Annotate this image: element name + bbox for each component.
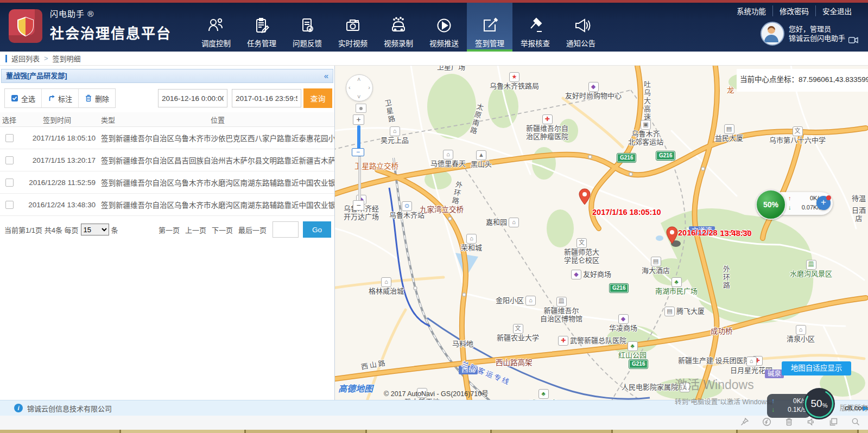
- nav-item-task-management[interactable]: 任务管理: [239, 3, 284, 52]
- map-pin-1[interactable]: [578, 188, 591, 208]
- table-row[interactable]: 2017/1/15 13:20:17签到新疆维吾尔自治区昌吉回族自治州吉木萨尔县…: [0, 149, 334, 171]
- download-arrow-icon: ↓: [771, 405, 775, 414]
- mark-button[interactable]: 标注: [41, 89, 78, 107]
- row-checkbox[interactable]: [5, 156, 14, 164]
- table-row[interactable]: 2016/12/24 13:48:30签到新疆维吾尔自治区乌鲁木齐市水磨沟区南湖…: [0, 194, 334, 216]
- table-row[interactable]: 2017/1/16 18:05:10签到新疆维吾尔自治区乌鲁木齐市沙依巴克区西八…: [0, 127, 334, 149]
- map-label: 嘉和园⌂: [486, 218, 521, 227]
- pin-icon[interactable]: [740, 417, 749, 429]
- footer-arrow-icon[interactable]: ▶: [863, 400, 868, 416]
- row-checkbox[interactable]: [5, 201, 14, 209]
- date-from-input[interactable]: [158, 89, 227, 107]
- map-label: 文新疆农业大学: [497, 324, 539, 342]
- greeting-text: 您好，管理员 锦诚云创闪电助手: [789, 24, 845, 43]
- map-label: 卫星广场: [437, 66, 465, 72]
- avatar: [761, 22, 784, 46]
- pan-up-icon[interactable]: ˄: [357, 76, 360, 82]
- row-checkbox[interactable]: [5, 134, 14, 142]
- trash-icon[interactable]: [784, 417, 794, 429]
- application-window: 闪电助手 ® 社会治理信息平台 调度控制任务管理问题反馈实时视频视频录制视频推送…: [0, 0, 868, 433]
- building-icon: ▤: [651, 257, 661, 266]
- nav-item-live-video[interactable]: 实时视频: [330, 3, 376, 52]
- map-label: 文乌市第八十六中学: [769, 126, 826, 145]
- query-button[interactable]: 查询: [303, 88, 332, 108]
- footer-bar: i 锦诚云创信息技术有限公司 版权所有 cit.com ▶: [0, 400, 868, 416]
- top-link-1[interactable]: 修改密码: [772, 5, 815, 16]
- accelerator-widget[interactable]: ↑ 0K/s ↓ 0.07K/s 50% +: [756, 189, 838, 219]
- select-all-button[interactable]: 全选: [5, 89, 41, 107]
- search-icon[interactable]: [851, 417, 860, 429]
- pan-right-icon[interactable]: ›: [368, 84, 370, 91]
- zoom-slider-handle[interactable]: −: [352, 148, 364, 156]
- nav-item-dispatch-control[interactable]: 调度控制: [193, 3, 239, 52]
- page-number-input[interactable]: [273, 221, 299, 238]
- footer-company: 锦诚云创信息技术有限公司: [27, 403, 112, 413]
- nav-item-notice[interactable]: 通知公告: [558, 3, 604, 52]
- next-page-link[interactable]: 下一页: [212, 225, 233, 235]
- prev-page-link[interactable]: 上一页: [185, 225, 206, 235]
- bag-icon: ◆: [618, 314, 629, 324]
- mark-arrow-icon: [48, 94, 55, 102]
- zoom-slider-track-filled[interactable]: [357, 125, 360, 149]
- accelerator-percent-ball[interactable]: 50%: [756, 189, 786, 220]
- video-camera-icon[interactable]: [848, 36, 858, 46]
- collapse-panel-button[interactable]: «: [324, 69, 333, 82]
- clipboard-icon: [252, 16, 271, 35]
- date-to-input[interactable]: [232, 89, 301, 107]
- pin-2-time-label: 2016/12/28 11:52:5913:48:30: [678, 228, 751, 237]
- tree-icon: ♣: [628, 341, 638, 351]
- building-icon: ▤: [664, 307, 675, 316]
- hospital-icon: ✚: [558, 336, 568, 346]
- go-button[interactable]: Go: [303, 221, 331, 238]
- nav-item-label: 视频录制: [384, 37, 413, 48]
- nav-item-sign-in-management[interactable]: 签到管理: [467, 3, 512, 52]
- row-checkbox[interactable]: [5, 179, 14, 187]
- page-size-select[interactable]: 15: [81, 224, 109, 235]
- map-label: G216: [656, 151, 675, 160]
- nav-item-report-check[interactable]: 举报核查: [512, 3, 558, 52]
- zoom-out-button[interactable]: −: [353, 200, 364, 211]
- home-icon: ⌂: [509, 218, 519, 227]
- percent-ring-badge[interactable]: 50%: [803, 387, 835, 420]
- header-time: 签到时间: [18, 114, 101, 125]
- table-row[interactable]: 2016/12/28 11:52:59签到新疆维吾尔自治区乌鲁木齐市水磨沟区南湖…: [0, 171, 334, 194]
- pin-1-time-label: 2017/1/16 18:05:10: [592, 208, 661, 217]
- map-label: ★乌鲁木齐铁路局: [490, 72, 539, 91]
- top-accent-strip: [0, 0, 868, 3]
- row-time: 2017/1/15 13:20:17: [18, 156, 101, 164]
- top-link-0[interactable]: 系统功能: [730, 5, 772, 16]
- breadcrumb: 返回列表 > 签到明细: [0, 52, 868, 66]
- ring-percent-value: 50: [811, 398, 822, 410]
- map-fit-button[interactable]: 地图自适应显示: [782, 361, 851, 375]
- breadcrumb-marker: [5, 55, 7, 62]
- pan-left-icon[interactable]: ‹: [349, 84, 351, 91]
- upload-arrow-icon: ↑: [788, 195, 791, 201]
- map-pan-control[interactable]: ˄ ‹ › ˅: [346, 74, 373, 101]
- zoom-in-button[interactable]: +: [353, 114, 364, 125]
- nav-item-label: 任务管理: [247, 37, 276, 48]
- map-label: 西山路高架: [496, 359, 533, 367]
- nav-item-video-recording[interactable]: 视频录制: [376, 3, 421, 52]
- row-time: 2017/1/16 18:05:10: [18, 134, 101, 142]
- first-page-link[interactable]: 第一页: [159, 225, 180, 235]
- app-logo: [9, 9, 42, 43]
- row-location: 签到新疆维吾尔自治区乌鲁木齐市水磨沟区南湖东路辅路靠近中国农业银...: [101, 177, 334, 188]
- hospital-icon: ✚: [542, 114, 553, 124]
- accelerator-add-button[interactable]: +: [816, 196, 831, 210]
- panel-title: 董战强[产品研发部]: [2, 69, 324, 82]
- map-locate-button[interactable]: [356, 104, 366, 113]
- top-link-2[interactable]: 安全退出: [815, 5, 858, 16]
- last-page-link[interactable]: 最后一页: [238, 225, 267, 235]
- pan-down-icon[interactable]: ˅: [357, 93, 360, 100]
- zoom-slider-track[interactable]: [358, 156, 361, 202]
- speed-mode-icon[interactable]: [762, 417, 771, 429]
- nav-item-video-push[interactable]: 视频推送: [421, 3, 467, 52]
- greeting-line2: 锦诚云创闪电助手: [789, 34, 845, 43]
- map-canvas[interactable]: 卫星广场★乌鲁木齐铁路局◆友好时尚购物中心吐乌大高速龙⌂昊元上品✚新疆维吾尔自 …: [335, 66, 868, 400]
- nav-item-issue-feedback[interactable]: 问题反馈: [284, 3, 330, 52]
- breadcrumb-back-link[interactable]: 返回列表: [11, 53, 40, 63]
- bag-icon: ◆: [588, 82, 599, 92]
- delete-button[interactable]: 删除: [78, 89, 115, 107]
- car-icon: [389, 16, 408, 35]
- map-label: 碱泉: [765, 370, 784, 378]
